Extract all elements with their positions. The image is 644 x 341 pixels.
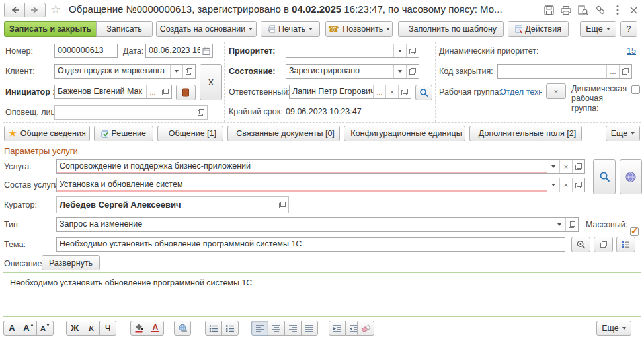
client-open-button[interactable] xyxy=(182,65,195,78)
client-dropdown-button[interactable] xyxy=(170,65,182,78)
composition-open-button[interactable] xyxy=(572,178,584,192)
subject-list-button[interactable] xyxy=(616,237,635,252)
number-value[interactable]: 0000000613 xyxy=(55,44,117,57)
bullet-list-button[interactable] xyxy=(205,321,222,336)
initiator-field[interactable]: Баженов Евгений Мак ... xyxy=(54,85,172,99)
subject-value[interactable]: Необходимо установить обновление програм… xyxy=(57,238,565,251)
font-decrease-button[interactable]: A xyxy=(36,321,54,336)
insert-link-button[interactable] xyxy=(174,321,191,336)
priority-value[interactable] xyxy=(286,44,393,57)
type-value[interactable]: Запрос на изменение xyxy=(57,218,553,231)
preview-icon[interactable] xyxy=(577,3,590,17)
type-dropdown-button[interactable] xyxy=(553,218,565,231)
align-right-button[interactable] xyxy=(284,321,302,336)
description-textarea[interactable]: Необходимо установить обновление програм… xyxy=(3,272,641,317)
close-code-open-button[interactable] xyxy=(619,65,631,78)
state-field[interactable]: Зарегистрировано xyxy=(286,64,419,79)
composition-field[interactable]: Установка и обновление систем × xyxy=(56,178,585,192)
save-icon[interactable] xyxy=(542,3,555,17)
more-dots-icon[interactable] xyxy=(611,3,624,17)
tab-linked-docs[interactable]: Связанные документы [0] xyxy=(227,126,340,141)
responsible-clear-button[interactable]: × xyxy=(385,85,398,98)
responsible-ellipsis-button[interactable]: ... xyxy=(373,85,385,98)
type-field[interactable]: Запрос на изменение xyxy=(56,217,579,232)
curator-field[interactable]: Лебедев Сергей Алексеевич xyxy=(56,196,289,213)
align-left-button[interactable] xyxy=(251,321,268,336)
responsible-open-button[interactable] xyxy=(398,85,411,98)
numbered-list-button[interactable] xyxy=(221,321,239,336)
bold-button[interactable]: Ж xyxy=(66,321,83,336)
subject-search-button[interactable] xyxy=(571,237,590,252)
toolbar-more-button[interactable]: Еще xyxy=(580,21,616,37)
composition-value[interactable]: Установка и обновление систем xyxy=(57,178,547,192)
close-code-field[interactable]: ... xyxy=(497,64,632,79)
subject-open-button[interactable] xyxy=(594,237,613,252)
workgroup-clear-button[interactable]: × xyxy=(546,83,566,99)
workgroup-link[interactable]: Отдел техн... xyxy=(500,87,542,96)
service-clear-button[interactable]: × xyxy=(559,160,572,173)
initiator-ellipsis-button[interactable]: ... xyxy=(146,85,159,98)
close-icon[interactable] xyxy=(627,3,640,17)
type-open-button[interactable] xyxy=(565,218,578,231)
priority-open-button[interactable] xyxy=(406,44,419,57)
tab-solution[interactable]: Решение xyxy=(94,126,153,141)
priority-field[interactable] xyxy=(286,44,419,58)
save-button[interactable]: Записать xyxy=(96,21,153,37)
help-button[interactable]: ? xyxy=(620,21,637,37)
notify-field[interactable] xyxy=(54,105,208,120)
align-center-button[interactable] xyxy=(268,321,285,336)
state-value[interactable]: Зарегистрировано xyxy=(286,65,393,78)
favorite-star-icon[interactable]: ☆ xyxy=(50,2,61,17)
client-value[interactable]: Отдел продаж и маркетинга xyxy=(55,65,170,78)
state-dropdown-button[interactable] xyxy=(393,65,406,78)
expand-button[interactable]: Развернуть xyxy=(42,255,100,270)
close-code-ellipsis-button[interactable]: ... xyxy=(606,65,619,78)
link-icon[interactable] xyxy=(594,3,607,17)
dyn-workgroup-checkbox[interactable] xyxy=(631,85,640,94)
service-field[interactable]: Сопровождение и поддержка бизнес-приложе… xyxy=(56,159,585,174)
date-field[interactable]: 08.06.2023 16:2: xyxy=(145,44,213,58)
clear-client-button[interactable]: X xyxy=(200,64,222,100)
composition-dropdown-button[interactable] xyxy=(547,178,559,192)
number-field[interactable]: 0000000613 xyxy=(54,44,118,58)
call-button[interactable]: ☎ Позвонить xyxy=(325,21,393,37)
calendar-button[interactable] xyxy=(200,44,212,57)
eraser-button[interactable] xyxy=(357,321,374,336)
notify-open-button[interactable] xyxy=(195,106,207,119)
responsible-field[interactable]: Лапин Петр Егорович ... × xyxy=(289,85,411,99)
fill-template-button[interactable]: Заполнить по шаблону xyxy=(398,21,504,37)
align-justify-button[interactable] xyxy=(301,321,318,336)
initiator-value[interactable]: Баженов Евгений Мак xyxy=(55,85,146,98)
print-icon[interactable] xyxy=(559,3,573,17)
tabs-more-button[interactable]: Еще xyxy=(606,126,640,141)
editor-more-button[interactable]: Еще xyxy=(596,321,631,336)
notify-value[interactable] xyxy=(55,106,195,119)
responsible-search-button[interactable] xyxy=(415,85,432,100)
close-code-value[interactable] xyxy=(498,65,606,78)
tab-config-units[interactable]: Конфигурационные единицы xyxy=(344,126,465,141)
date-value[interactable]: 08.06.2023 16:2: xyxy=(146,44,200,57)
save-close-button[interactable]: Записать и закрыть xyxy=(4,21,97,37)
service-dropdown-button[interactable] xyxy=(547,160,559,173)
service-open-button[interactable] xyxy=(572,160,584,173)
dyn-priority-link[interactable]: 15 xyxy=(622,46,636,56)
service-value[interactable]: Сопровождение и поддержка бизнес-приложе… xyxy=(57,160,547,173)
font-button[interactable]: A xyxy=(3,321,20,336)
subject-field[interactable]: Необходимо установить обновление програм… xyxy=(56,237,565,252)
mass-checkbox[interactable] xyxy=(630,227,639,236)
print-button[interactable]: Печать xyxy=(261,21,320,37)
state-open-button[interactable] xyxy=(406,65,419,78)
forward-button[interactable] xyxy=(24,3,46,17)
font-color-button[interactable]: A xyxy=(147,321,164,336)
composition-clear-button[interactable]: × xyxy=(559,178,572,192)
italic-button[interactable]: К xyxy=(83,321,100,336)
indent-increase-button[interactable] xyxy=(329,321,346,336)
back-button[interactable] xyxy=(4,3,25,17)
responsible-value[interactable]: Лапин Петр Егорович xyxy=(290,85,373,98)
highlight-color-button[interactable] xyxy=(130,321,147,336)
priority-dropdown-button[interactable] xyxy=(393,44,406,57)
curator-open-button[interactable] xyxy=(276,197,288,213)
create-based-button[interactable]: Создать на основании xyxy=(156,21,257,37)
client-field[interactable]: Отдел продаж и маркетинга xyxy=(54,64,196,79)
underline-button[interactable]: Ч xyxy=(99,321,116,336)
